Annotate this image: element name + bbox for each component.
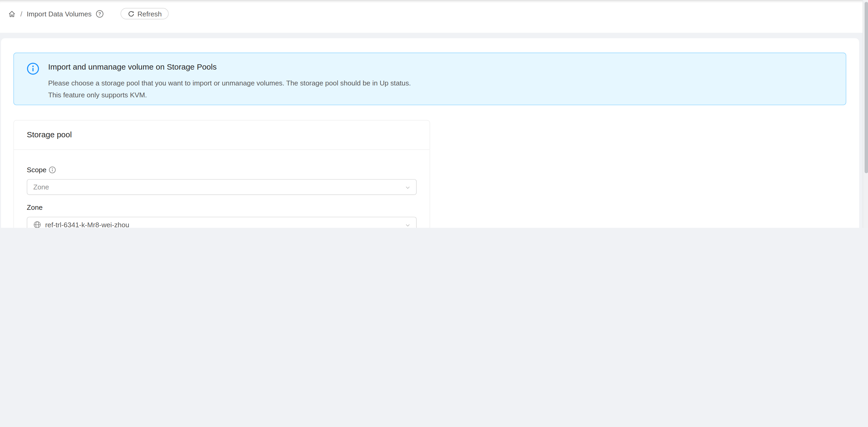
storage-pool-card-title: Storage pool bbox=[27, 130, 72, 140]
breadcrumb: / Import Data Volumes ? bbox=[8, 7, 103, 21]
home-icon[interactable] bbox=[8, 10, 16, 18]
refresh-button[interactable]: Refresh bbox=[121, 8, 169, 19]
chevron-down-icon bbox=[405, 184, 411, 192]
storage-pool-card: Storage pool Scope Zone Zone bbox=[13, 120, 430, 228]
page: / Import Data Volumes ? Refresh Import a… bbox=[0, 0, 868, 228]
reload-icon bbox=[127, 10, 134, 17]
zone-select-value: ref-trl-6341-k-Mr8-wei-zhou bbox=[45, 221, 129, 228]
svg-text:?: ? bbox=[98, 11, 101, 17]
breadcrumb-separator: / bbox=[20, 10, 22, 18]
storage-pool-form: Scope Zone Zone bbox=[14, 150, 430, 228]
scope-info-icon[interactable] bbox=[49, 166, 56, 173]
alert-line-2: This feature only supports KVM. bbox=[48, 89, 411, 101]
page-scrollbar[interactable] bbox=[863, 0, 868, 228]
help-question-icon[interactable]: ? bbox=[95, 10, 103, 18]
scope-select[interactable]: Zone bbox=[27, 179, 417, 195]
refresh-button-label: Refresh bbox=[137, 10, 162, 18]
alert-title: Import and unmanage volume on Storage Po… bbox=[48, 61, 411, 73]
zone-label: Zone bbox=[27, 202, 417, 213]
alert-description: Please choose a storage pool that you wa… bbox=[48, 77, 411, 101]
storage-pool-card-header: Storage pool bbox=[14, 121, 430, 150]
chevron-down-icon bbox=[405, 222, 411, 228]
info-alert: Import and unmanage volume on Storage Po… bbox=[13, 53, 846, 105]
globe-icon bbox=[33, 221, 41, 228]
scrollbar-thumb[interactable] bbox=[865, 2, 868, 173]
breadcrumb-bar: / Import Data Volumes ? Refresh bbox=[0, 0, 868, 33]
zone-select[interactable]: ref-trl-6341-k-Mr8-wei-zhou bbox=[27, 217, 417, 228]
content-card: Import and unmanage volume on Storage Po… bbox=[1, 38, 859, 228]
scope-select-value: Zone bbox=[33, 183, 49, 191]
info-circle-icon bbox=[27, 62, 39, 97]
alert-line-1: Please choose a storage pool that you wa… bbox=[48, 77, 411, 89]
breadcrumb-current: Import Data Volumes bbox=[27, 10, 92, 18]
scope-label: Scope bbox=[27, 164, 417, 175]
alert-content: Import and unmanage volume on Storage Po… bbox=[48, 61, 411, 97]
